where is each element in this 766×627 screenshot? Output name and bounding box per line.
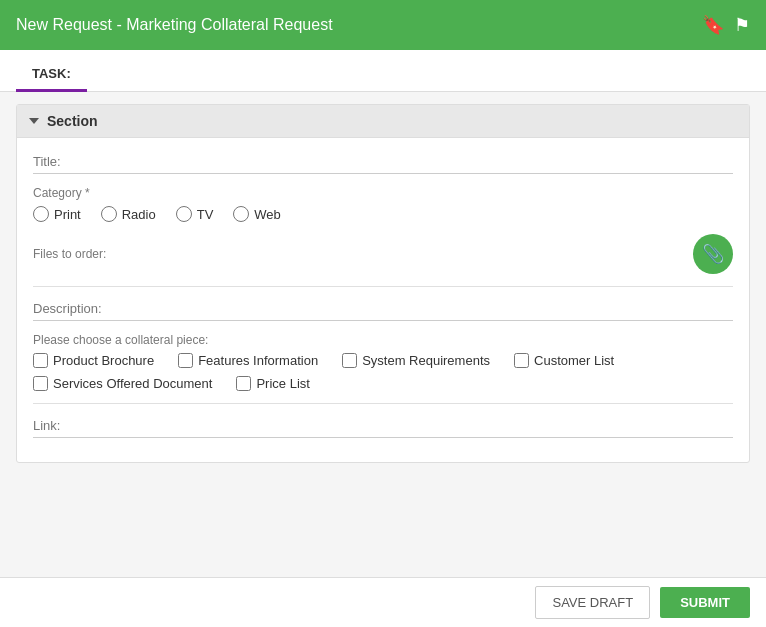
files-to-order-label: Files to order: [33,247,106,261]
checkbox-features-information-label: Features Information [198,353,318,368]
app-header: New Request - Marketing Collateral Reque… [0,0,766,50]
tab-task[interactable]: TASK: [16,58,87,92]
checkbox-price-list[interactable]: Price List [236,376,309,391]
checkbox-features-information[interactable]: Features Information [178,353,318,368]
title-input[interactable] [33,150,733,174]
page-title: New Request - Marketing Collateral Reque… [16,16,333,34]
radio-web-input[interactable] [233,206,249,222]
section-body: Category * Print Radio TV [17,138,749,462]
checkbox-customer-list-input[interactable] [514,353,529,368]
link-field [33,414,733,438]
radio-tv-label: TV [197,207,214,222]
checkbox-customer-list[interactable]: Customer List [514,353,614,368]
radio-web-label: Web [254,207,281,222]
section-title: Section [47,113,98,129]
category-radio-group: Print Radio TV Web [33,206,733,222]
category-label: Category * [33,186,733,200]
checkbox-services-offered-input[interactable] [33,376,48,391]
radio-web[interactable]: Web [233,206,281,222]
collateral-row-2: Services Offered Document Price List [33,376,733,391]
collateral-label: Please choose a collateral piece: [33,333,733,347]
radio-radio-input[interactable] [101,206,117,222]
tabs-bar: TASK: [0,50,766,92]
divider-2 [33,403,733,404]
checkbox-services-offered[interactable]: Services Offered Document [33,376,212,391]
checkbox-product-brochure-input[interactable] [33,353,48,368]
checkbox-system-requirements[interactable]: System Requirements [342,353,490,368]
checkbox-features-information-input[interactable] [178,353,193,368]
radio-print-input[interactable] [33,206,49,222]
footer: SAVE DRAFT SUBMIT [0,577,766,627]
checkbox-system-requirements-label: System Requirements [362,353,490,368]
checkbox-price-list-input[interactable] [236,376,251,391]
bookmark-icon[interactable]: 🔖 [702,14,724,36]
collateral-field: Please choose a collateral piece: Produc… [33,333,733,391]
radio-tv-input[interactable] [176,206,192,222]
main-content: Section Category * Print Radio [0,92,766,577]
radio-print-label: Print [54,207,81,222]
title-field [33,150,733,174]
checkbox-price-list-label: Price List [256,376,309,391]
checkbox-product-brochure-label: Product Brochure [53,353,154,368]
description-field [33,297,733,321]
collateral-row-1: Product Brochure Features Information Sy… [33,353,733,368]
checkbox-product-brochure[interactable]: Product Brochure [33,353,154,368]
submit-button[interactable]: SUBMIT [660,587,750,618]
checkbox-system-requirements-input[interactable] [342,353,357,368]
checkbox-customer-list-label: Customer List [534,353,614,368]
description-input[interactable] [33,297,733,321]
header-actions: 🔖 ⚑ [702,14,750,36]
flag-icon[interactable]: ⚑ [734,14,750,36]
radio-radio[interactable]: Radio [101,206,156,222]
divider-1 [33,286,733,287]
files-to-order-row: Files to order: 📎 [33,234,733,274]
radio-print[interactable]: Print [33,206,81,222]
section-header: Section [17,105,749,138]
radio-tv[interactable]: TV [176,206,214,222]
radio-radio-label: Radio [122,207,156,222]
attach-button[interactable]: 📎 [693,234,733,274]
category-field: Category * Print Radio TV [33,186,733,222]
section-card: Section Category * Print Radio [16,104,750,463]
save-draft-button[interactable]: SAVE DRAFT [535,586,650,619]
collapse-icon[interactable] [29,118,39,124]
checkbox-services-offered-label: Services Offered Document [53,376,212,391]
link-input[interactable] [33,414,733,438]
attach-icon: 📎 [702,243,724,265]
